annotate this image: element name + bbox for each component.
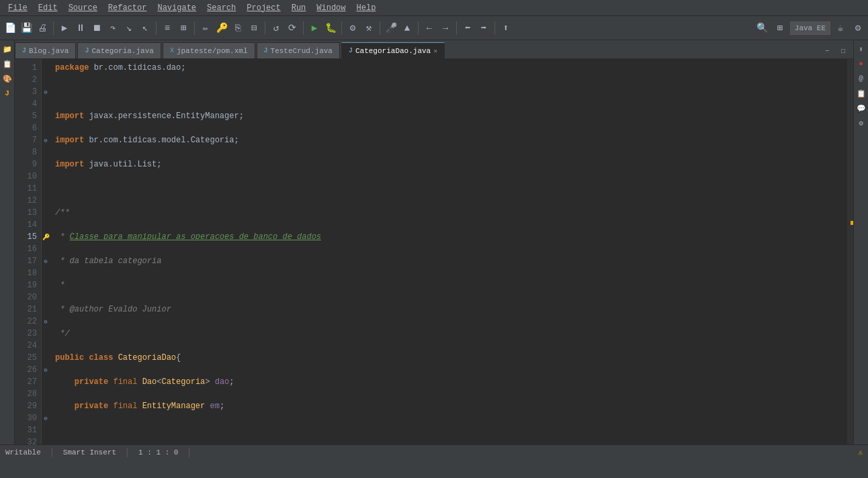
- tab-categoria[interactable]: J Categoria.java: [77, 42, 161, 58]
- tab-categoriadao-close[interactable]: ✕: [433, 47, 437, 55]
- debug-button[interactable]: ▶: [307, 21, 322, 36]
- tab-blog-label: Blog.java: [29, 47, 69, 55]
- minimize-editor-button[interactable]: −: [820, 44, 834, 58]
- code-content[interactable]: package br.com.tidicas.dao; import javax…: [50, 59, 847, 444]
- refresh2-button[interactable]: ⟳: [285, 21, 300, 36]
- new-button[interactable]: 📄: [3, 21, 17, 36]
- menu-edit[interactable]: Edit: [33, 2, 63, 14]
- code-line-8: * Classe para manipular as operacoes de …: [55, 231, 841, 243]
- fold-7[interactable]: ⊖: [42, 134, 50, 146]
- scroll-indicator[interactable]: [847, 59, 853, 444]
- toolbar-sep-8: [418, 21, 419, 35]
- menu-refactor[interactable]: Refactor: [103, 2, 153, 14]
- code-line-7: /**: [55, 207, 841, 219]
- tool1-button[interactable]: ⚙: [345, 21, 360, 36]
- up-button[interactable]: ▲: [400, 21, 415, 36]
- code-line-1: package br.com.tidicas.dao;: [55, 62, 841, 74]
- task2-button[interactable]: ⊞: [176, 21, 191, 36]
- fold-9: [42, 158, 50, 171]
- fold-28: [42, 388, 50, 400]
- tab-blog[interactable]: J Blog.java: [15, 42, 76, 58]
- code-line-9: * da tabela categoria: [55, 255, 841, 267]
- fold-17[interactable]: ⊖: [42, 255, 50, 267]
- toolbar-sep-3: [194, 21, 195, 35]
- right-icon-4[interactable]: 📋: [855, 87, 867, 99]
- menu-file[interactable]: File: [3, 2, 33, 14]
- key-button[interactable]: 🔑: [214, 21, 229, 36]
- ln-5: 5: [15, 110, 37, 122]
- palette-icon[interactable]: 🎨: [1, 73, 13, 85]
- ln-2: 2: [15, 74, 37, 86]
- print-button[interactable]: 🖨: [35, 21, 50, 36]
- code-line-2: [55, 86, 841, 98]
- java-icon[interactable]: J: [1, 87, 13, 99]
- code-line-14: private final Dao<Categoria> dao;: [55, 376, 841, 388]
- menu-project[interactable]: Project: [241, 2, 286, 14]
- toolbar: 📄 💾 🖨 ▶ ⏸ ⏹ ↷ ↘ ↖ ≡ ⊞ ✏ 🔑 ⎘ ⊟ ↺ ⟳ ▶ 🐛 ⚙ …: [0, 16, 868, 40]
- step-over-button[interactable]: ↷: [105, 21, 120, 36]
- pause-button[interactable]: ⏸: [73, 21, 88, 36]
- scroll-marker: [851, 221, 853, 225]
- right-icon-2[interactable]: ●: [855, 58, 867, 70]
- back-button[interactable]: ←: [422, 21, 437, 36]
- search-toolbar-button[interactable]: 🔍: [755, 21, 770, 36]
- maximize-editor-button[interactable]: □: [836, 44, 851, 58]
- tab-pom[interactable]: X jpateste/pom.xml: [163, 42, 255, 58]
- fold-30[interactable]: ⊖: [42, 412, 50, 424]
- copy2-button[interactable]: ⎘: [230, 21, 245, 36]
- toolbar-sep-5: [303, 21, 304, 35]
- ln-17: 17: [15, 255, 37, 267]
- menu-run[interactable]: Run: [286, 2, 312, 14]
- fold-22[interactable]: ⊖: [42, 316, 50, 328]
- perspective-settings-button[interactable]: ⚙: [851, 21, 865, 36]
- forward-button[interactable]: →: [438, 21, 453, 36]
- nav-back-button[interactable]: ⬅: [460, 21, 475, 36]
- fold-12: [42, 195, 50, 207]
- right-icon-3[interactable]: @: [855, 73, 867, 85]
- perspective-icon[interactable]: ☕: [833, 21, 848, 36]
- tab-testecrud[interactable]: J TesteCrud.java: [257, 42, 340, 58]
- ln-3: 3: [15, 86, 37, 98]
- menu-window[interactable]: Window: [311, 2, 351, 14]
- fold-3[interactable]: ⊖: [42, 86, 50, 98]
- package-explorer-icon[interactable]: 📁: [1, 43, 13, 55]
- pill-button[interactable]: ⊟: [247, 21, 261, 36]
- menu-source[interactable]: Source: [63, 2, 103, 14]
- fold-1: [42, 62, 50, 74]
- run-button[interactable]: ▶: [57, 21, 72, 36]
- menu-help[interactable]: Help: [351, 2, 382, 14]
- nav-forward-button[interactable]: ➡: [476, 21, 491, 36]
- menu-navigate[interactable]: Navigate: [152, 2, 202, 14]
- ln-20: 20: [15, 291, 37, 303]
- fold-29: [42, 400, 50, 412]
- tool2-button[interactable]: ⚒: [361, 21, 376, 36]
- ln-1: 1: [15, 62, 37, 74]
- ln-32: 32: [15, 436, 37, 444]
- right-icon-6[interactable]: ⚙: [855, 117, 867, 129]
- step-return-button[interactable]: ↖: [138, 21, 153, 36]
- open-editor-button[interactable]: ⬆: [498, 21, 513, 36]
- save-button[interactable]: 💾: [19, 21, 34, 36]
- fold-15: 🔑: [42, 231, 50, 243]
- right-icon-1[interactable]: ⬆: [855, 43, 867, 55]
- fold-26[interactable]: ⊖: [42, 364, 50, 376]
- debug2-button[interactable]: 🐛: [323, 21, 338, 36]
- ln-6: 6: [15, 122, 37, 134]
- perspective-config-button[interactable]: ⊞: [773, 21, 787, 36]
- tab-pom-label: jpateste/pom.xml: [177, 47, 248, 55]
- tab-categoriadao[interactable]: J CategoriaDao.java ✕: [341, 42, 445, 58]
- pen-button[interactable]: ✏: [198, 21, 213, 36]
- menu-search[interactable]: Search: [202, 2, 241, 14]
- task-button[interactable]: ≡: [160, 21, 175, 36]
- status-right-icon[interactable]: ⚠: [858, 448, 863, 457]
- step-into-button[interactable]: ↘: [122, 21, 136, 36]
- outline-icon[interactable]: 📋: [1, 58, 13, 70]
- mic-button[interactable]: 🎤: [384, 21, 398, 36]
- right-icon-5[interactable]: 💬: [855, 102, 867, 114]
- refresh-button[interactable]: ↺: [269, 21, 284, 36]
- stop-button[interactable]: ⏹: [89, 21, 104, 36]
- code-line-12: */: [55, 328, 841, 340]
- tab-testecrud-label: TesteCrud.java: [271, 47, 333, 55]
- perspective-selector[interactable]: Java EE: [790, 21, 830, 35]
- ln-25: 25: [15, 352, 37, 364]
